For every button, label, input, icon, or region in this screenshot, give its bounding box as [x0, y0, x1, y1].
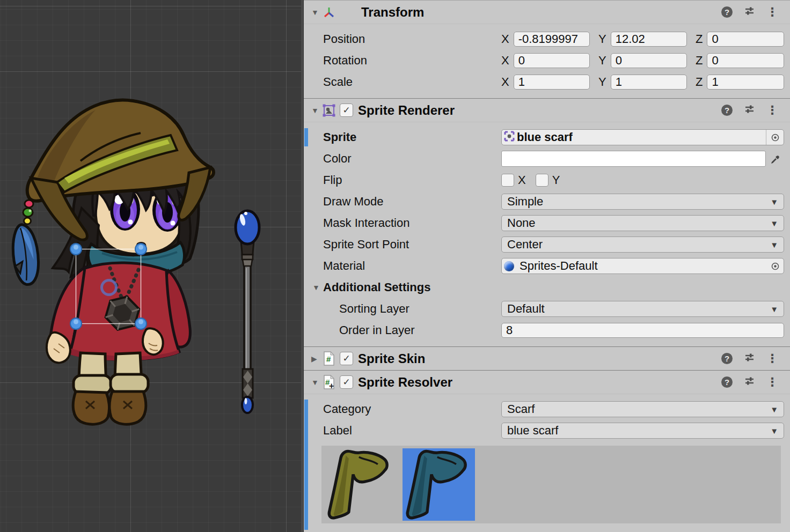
chevron-down-icon: ▼: [770, 219, 778, 228]
transform-header[interactable]: ▼ Transform ? ⋮: [304, 1, 790, 24]
position-z-field[interactable]: [707, 32, 784, 47]
component-title: Sprite Skin: [358, 351, 425, 366]
sprite-resolver-header[interactable]: ▼ # + ✓ Sprite Resolver ? ⋮: [304, 371, 790, 394]
presets-icon[interactable]: [744, 104, 755, 117]
axis-y-label: Y: [598, 54, 606, 68]
foldout-icon[interactable]: ▶: [311, 354, 322, 363]
chevron-down-icon: ▼: [770, 426, 778, 435]
flip-y-checkbox[interactable]: [536, 174, 548, 187]
sprite-sort-point-dropdown[interactable]: Center▼: [501, 237, 784, 253]
menu-icon[interactable]: ⋮: [766, 5, 778, 19]
help-icon[interactable]: ?: [721, 353, 733, 364]
svg-text:#: #: [326, 354, 331, 364]
axis-x-label: X: [501, 54, 509, 68]
order-in-layer-row: Order in Layer: [304, 320, 790, 341]
material-object-name: Sprites-Default: [520, 259, 766, 273]
rotation-y-field[interactable]: [611, 53, 687, 68]
rotation-z-field[interactable]: [707, 53, 784, 68]
mask-interaction-label: Mask Interaction: [323, 216, 501, 230]
foldout-icon[interactable]: ▼: [311, 378, 322, 387]
draw-mode-label: Draw Mode: [323, 195, 501, 209]
sprite-variant-strip: [321, 446, 781, 523]
scale-y-field[interactable]: [611, 75, 687, 90]
draw-mode-row: Draw Mode Simple▼: [304, 191, 790, 212]
sprite-label: Sprite: [323, 130, 501, 144]
menu-icon[interactable]: ⋮: [766, 352, 778, 366]
enabled-checkbox[interactable]: ✓: [340, 375, 353, 389]
eyedropper-icon[interactable]: [766, 151, 784, 167]
chevron-down-icon: ▼: [770, 305, 778, 314]
label-dropdown[interactable]: blue scarf▼: [501, 423, 784, 439]
position-row: Position X Y Z: [304, 28, 790, 50]
foldout-icon[interactable]: ▼: [311, 106, 322, 115]
scene-canvas: [0, 0, 301, 532]
sprite-object-field[interactable]: blue scarf: [501, 129, 784, 145]
order-in-layer-label: Order in Layer: [323, 323, 501, 337]
material-object-field[interactable]: Sprites-Default: [501, 258, 784, 274]
component-title: Transform: [361, 5, 424, 20]
thumbnail-blue-scarf-selected[interactable]: [403, 448, 475, 521]
feather: [8, 223, 43, 286]
help-icon[interactable]: ?: [721, 376, 733, 388]
sprite-renderer-icon: [322, 104, 336, 117]
presets-icon[interactable]: [744, 352, 755, 365]
position-x-field[interactable]: [514, 32, 590, 47]
help-icon[interactable]: ?: [721, 105, 733, 116]
enabled-checkbox[interactable]: ✓: [340, 104, 353, 117]
unity-editor: ▼ Transform ? ⋮: [0, 0, 790, 532]
category-dropdown[interactable]: Scarf▼: [501, 401, 784, 417]
sorting-layer-dropdown[interactable]: Default▼: [501, 301, 784, 317]
position-label: Position: [323, 32, 501, 46]
sprite-sort-point-row: Sprite Sort Point Center▼: [304, 234, 790, 255]
scale-row: Scale X Y Z: [304, 71, 790, 93]
component-title: Sprite Renderer: [358, 103, 455, 118]
scene-view[interactable]: [0, 0, 301, 532]
position-y-field[interactable]: [611, 32, 687, 47]
rotation-x-field[interactable]: [514, 53, 590, 68]
sorting-layer-label: Sorting Layer: [323, 302, 501, 316]
sprite-skin-component: ▶ # ✓ Sprite Skin ? ⋮: [304, 346, 790, 370]
staff-sprite: [236, 211, 259, 413]
sprite-row: Sprite blue scarf: [304, 127, 790, 148]
axis-z-label: Z: [696, 32, 703, 46]
component-title: Sprite Resolver: [358, 375, 452, 390]
presets-icon[interactable]: [744, 375, 755, 389]
additional-settings-row[interactable]: ▼ Additional Settings: [304, 277, 790, 298]
order-in-layer-field[interactable]: [501, 323, 784, 338]
sprite-renderer-component: ▼ ✓ Sprite Renderer ?: [304, 98, 790, 346]
chevron-down-icon: ▼: [770, 405, 778, 414]
chevron-down-icon: ▼: [770, 197, 778, 206]
draw-mode-dropdown[interactable]: Simple▼: [501, 194, 784, 210]
color-swatch[interactable]: [501, 151, 766, 167]
rotation-label: Rotation: [323, 54, 501, 68]
sprite-renderer-header[interactable]: ▼ ✓ Sprite Renderer ?: [304, 99, 790, 122]
label-row: Label blue scarf▼: [304, 420, 790, 441]
rotation-row: Rotation X Y Z: [304, 50, 790, 71]
foldout-icon[interactable]: ▼: [312, 283, 323, 292]
enabled-checkbox[interactable]: ✓: [340, 352, 353, 365]
object-picker-icon[interactable]: [766, 258, 784, 274]
menu-icon[interactable]: ⋮: [766, 104, 778, 117]
help-icon[interactable]: ?: [721, 6, 733, 18]
flip-y-label: Y: [552, 173, 560, 187]
scale-x-field[interactable]: [514, 75, 590, 90]
flip-x-label: X: [518, 173, 526, 187]
object-picker-icon[interactable]: [766, 130, 784, 145]
mask-interaction-dropdown[interactable]: None▼: [501, 215, 784, 231]
transform-component: ▼ Transform ? ⋮: [304, 0, 790, 98]
foldout-icon[interactable]: ▼: [311, 8, 322, 17]
flip-x-checkbox[interactable]: [501, 174, 514, 187]
presets-icon[interactable]: [744, 5, 755, 19]
inspector-panel: ▼ Transform ? ⋮: [304, 0, 790, 532]
character-sprite: [8, 100, 214, 425]
flip-label: Flip: [323, 173, 501, 187]
scale-z-field[interactable]: [707, 75, 784, 90]
sprite-skin-header[interactable]: ▶ # ✓ Sprite Skin ? ⋮: [304, 347, 790, 370]
axis-y-label: Y: [598, 32, 606, 46]
axis-x-label: X: [501, 32, 509, 46]
menu-icon[interactable]: ⋮: [766, 375, 778, 389]
sprite-asset-icon: [504, 131, 515, 144]
script-add-icon: # +: [322, 375, 336, 389]
mask-interaction-row: Mask Interaction None▼: [304, 212, 790, 234]
thumbnail-green-scarf[interactable]: [324, 448, 397, 521]
